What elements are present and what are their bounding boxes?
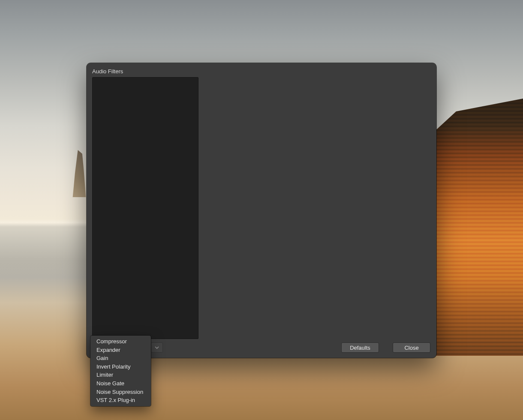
menu-item-noise-gate[interactable]: Noise Gate: [90, 379, 151, 388]
audio-filters-dialog: Audio Filters Defaults C: [87, 63, 436, 358]
dialog-body: [87, 77, 436, 339]
chevron-down-icon: [154, 345, 159, 350]
menu-item-noise-suppression[interactable]: Noise Suppression: [90, 388, 151, 396]
move-filter-down-button[interactable]: [151, 342, 163, 353]
menu-item-compressor[interactable]: Compressor: [90, 337, 151, 346]
wallpaper-rock: [72, 150, 87, 197]
defaults-button[interactable]: Defaults: [341, 342, 379, 353]
close-button[interactable]: Close: [393, 342, 430, 353]
menu-item-expander[interactable]: Expander: [90, 346, 151, 354]
dialog-title: Audio Filters: [87, 63, 436, 77]
filter-properties-pane: [204, 77, 431, 339]
menu-item-invert-polarity[interactable]: Invert Polarity: [90, 363, 151, 371]
menu-item-vst-plugin[interactable]: VST 2.x Plug-in: [90, 396, 151, 405]
add-filter-menu: Compressor Expander Gain Invert Polarity…: [90, 336, 151, 406]
menu-item-limiter[interactable]: Limiter: [90, 371, 151, 379]
filter-list[interactable]: [92, 77, 198, 339]
menu-item-gain[interactable]: Gain: [90, 354, 151, 363]
